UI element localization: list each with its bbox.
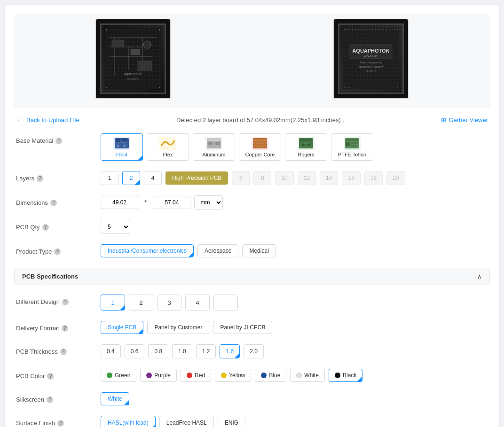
finish-btn-hasl-lead[interactable]: HASL(with lead) bbox=[101, 416, 156, 427]
svg-rect-65 bbox=[300, 139, 312, 141]
finish-btn-enig[interactable]: ENIG bbox=[218, 416, 245, 427]
product-type-help-icon[interactable]: ? bbox=[54, 248, 61, 255]
pcb-color-label: PCB Color ? bbox=[16, 369, 101, 380]
silkscreen-options: White bbox=[101, 392, 129, 405]
thick-btn-16[interactable]: 1.6 bbox=[220, 344, 240, 358]
different-design-options: 1 2 3 4 bbox=[101, 295, 238, 311]
layer-btn-10[interactable]: 10 bbox=[275, 171, 293, 185]
chevron-up-icon: ∧ bbox=[477, 273, 482, 280]
layer-btn-18[interactable]: 18 bbox=[364, 171, 383, 185]
pcb-specifications-header[interactable]: PCB Specifications ∧ bbox=[14, 268, 490, 285]
purple-label: Purple bbox=[154, 372, 171, 379]
thick-btn-08[interactable]: 0.8 bbox=[148, 344, 168, 358]
pcb-thickness-help-icon[interactable]: ? bbox=[60, 349, 67, 355]
pcb-qty-options: 5 10 15 20 25 50 100 bbox=[101, 220, 130, 234]
product-type-btn-industrial[interactable]: Industrial/Consumer electronics bbox=[101, 244, 194, 257]
finish-btn-leadfree-hasl[interactable]: LeadFree HASL bbox=[159, 416, 214, 427]
delivery-format-btn-single[interactable]: Single PCB bbox=[101, 321, 143, 334]
product-type-row: Product Type ? Industrial/Consumer elect… bbox=[14, 244, 490, 257]
layer-btn-4[interactable]: 4 bbox=[144, 171, 162, 185]
purple-dot bbox=[146, 373, 152, 378]
pcb-thickness-label: PCB Thickness ? bbox=[16, 344, 101, 355]
black-label: Black bbox=[343, 372, 356, 379]
layer-btn-8[interactable]: 8 bbox=[253, 171, 271, 185]
product-type-btn-medical[interactable]: Medical bbox=[242, 244, 276, 257]
pcb-color-btn-blue[interactable]: Blue bbox=[255, 369, 286, 382]
material-btn-copper-core[interactable]: Copper Core bbox=[239, 133, 281, 161]
pcb-color-btn-red[interactable]: Red bbox=[181, 369, 211, 382]
black-dot bbox=[335, 373, 340, 378]
pcb-qty-label: PCB Qty ? bbox=[16, 220, 101, 231]
thick-btn-06[interactable]: 0.6 bbox=[125, 344, 145, 358]
different-design-help-icon[interactable]: ? bbox=[62, 299, 69, 305]
gerber-viewer-link[interactable]: ⊞ Gerber Viewer bbox=[441, 116, 488, 124]
detected-info: Detected 2 layer board of 57.04x49.02mm(… bbox=[176, 116, 344, 124]
pcb-color-btn-purple[interactable]: Purple bbox=[140, 369, 177, 382]
layer-btn-12[interactable]: 12 bbox=[298, 171, 316, 185]
thick-btn-20[interactable]: 2.0 bbox=[244, 344, 264, 358]
thick-btn-10[interactable]: 1.0 bbox=[172, 344, 192, 358]
yellow-label: Yellow bbox=[229, 372, 245, 379]
different-design-btn-1[interactable]: 1 bbox=[101, 295, 125, 311]
pcb-color-btn-yellow[interactable]: Yellow bbox=[215, 369, 251, 382]
back-link[interactable]: ← Back to Upload File bbox=[16, 116, 79, 124]
dimension-width-input[interactable] bbox=[101, 196, 138, 209]
different-design-btn-2[interactable]: 2 bbox=[129, 295, 153, 311]
blue-label: Blue bbox=[269, 372, 280, 379]
product-type-btn-aerospace[interactable]: Aerospace bbox=[197, 244, 238, 257]
base-material-help-icon[interactable]: ? bbox=[55, 138, 62, 144]
pcb-qty-help-icon[interactable]: ? bbox=[42, 224, 49, 231]
surface-finish-help-icon[interactable]: ? bbox=[57, 420, 64, 427]
material-btn-flex[interactable]: Flex bbox=[147, 133, 189, 161]
surface-finish-row: Surface Finish ? HASL(with lead) LeadFre… bbox=[14, 416, 490, 427]
dimension-unit-select[interactable]: mm inch bbox=[194, 195, 223, 210]
pcb-image-right: AQUAPHOTON ACADEMY 40mm Designed by Aqua… bbox=[333, 19, 409, 99]
different-design-row: Different Design ? 1 2 3 4 bbox=[14, 295, 490, 311]
material-rogers-label: Rogers bbox=[298, 152, 314, 157]
layers-help-icon[interactable]: ? bbox=[37, 175, 43, 182]
material-fr4-label: FR-4 bbox=[116, 152, 127, 157]
pcb-specifications-title: PCB Specifications bbox=[22, 273, 78, 280]
different-design-btn-3[interactable]: 3 bbox=[157, 295, 181, 311]
thick-btn-12[interactable]: 1.2 bbox=[196, 344, 216, 358]
material-btn-aluminum[interactable]: Aluminum bbox=[193, 133, 235, 161]
material-flex-label: Flex bbox=[163, 152, 173, 157]
layer-btn-1[interactable]: 1 bbox=[101, 171, 118, 185]
material-btn-fr4[interactable]: FR-4 bbox=[101, 133, 143, 161]
pcb-color-help-icon[interactable]: ? bbox=[47, 373, 54, 380]
material-btn-rogers[interactable]: Rogers bbox=[285, 133, 327, 161]
layer-btn-20[interactable]: 20 bbox=[386, 171, 405, 185]
svg-rect-72 bbox=[351, 142, 358, 144]
layer-btn-2[interactable]: 2 bbox=[122, 171, 140, 185]
material-btn-ptfe[interactable]: PTFE Teflon bbox=[331, 133, 373, 161]
silkscreen-help-icon[interactable]: ? bbox=[47, 396, 53, 403]
high-precision-btn[interactable]: High Precision PCB bbox=[165, 171, 228, 185]
base-material-options: FR-4 Flex bbox=[101, 133, 373, 161]
delivery-format-help-icon[interactable]: ? bbox=[62, 325, 68, 332]
dimensions-label: Dimensions ? bbox=[16, 195, 101, 206]
back-arrow-icon: ← bbox=[16, 116, 24, 124]
pcb-color-btn-white[interactable]: White bbox=[290, 369, 325, 382]
different-design-btn-custom[interactable] bbox=[213, 295, 238, 311]
material-aluminum-label: Aluminum bbox=[203, 152, 226, 157]
layers-options: 1 2 4 High Precision PCB 6 8 10 12 14 16… bbox=[101, 171, 405, 185]
pcb-color-btn-green[interactable]: Green bbox=[101, 369, 136, 382]
delivery-format-btn-panel-customer[interactable]: Panel by Customer bbox=[147, 321, 209, 334]
thick-btn-04[interactable]: 0.4 bbox=[101, 344, 121, 358]
blue-dot bbox=[261, 373, 267, 378]
dimensions-help-icon[interactable]: ? bbox=[50, 200, 57, 206]
base-material-label: Base Material ? bbox=[16, 133, 101, 144]
silkscreen-btn-white[interactable]: White bbox=[101, 392, 129, 405]
delivery-format-btn-panel-jlcpcb[interactable]: Panel by JLCPCB bbox=[213, 321, 272, 334]
layer-btn-14[interactable]: 14 bbox=[320, 171, 338, 185]
layer-btn-16[interactable]: 16 bbox=[342, 171, 360, 185]
dimension-height-input[interactable] bbox=[153, 196, 190, 209]
layer-btn-6[interactable]: 6 bbox=[232, 171, 250, 185]
different-design-btn-4[interactable]: 4 bbox=[185, 295, 210, 311]
pcb-color-btn-black[interactable]: Black bbox=[329, 369, 362, 382]
material-copper-core-label: Copper Core bbox=[245, 152, 275, 157]
flex-icon bbox=[159, 137, 176, 150]
base-material-row: Base Material ? bbox=[14, 133, 490, 161]
svg-rect-57 bbox=[207, 138, 221, 141]
pcb-qty-select[interactable]: 5 10 15 20 25 50 100 bbox=[101, 220, 130, 234]
